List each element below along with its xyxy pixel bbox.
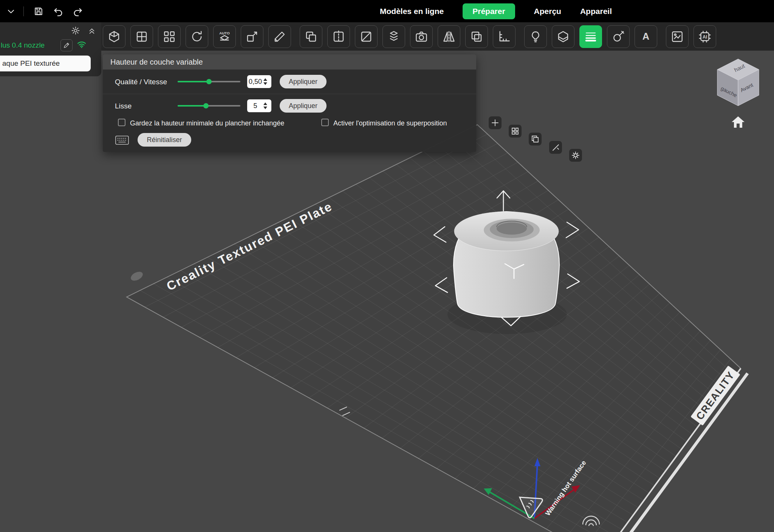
printer-settings-button[interactable] [70,25,81,36]
smooth-slider-thumb[interactable] [203,103,209,108]
nav-preview[interactable]: Aperçu [534,7,561,16]
plate-type-value: aque PEI texturée [2,59,60,68]
spinner-arrows[interactable] [263,102,271,109]
arrange-plate-icon[interactable] [509,125,522,138]
boolean-tool-icon [470,30,483,43]
quality-slider[interactable] [178,78,240,85]
panel-title: Hauteur de couche variable [110,58,203,66]
topbar-divider [23,6,24,16]
split-tool-icon [332,30,345,43]
smooth-slider[interactable] [178,102,240,110]
spinner-up-icon[interactable] [263,102,267,105]
rotate-tool-icon [190,30,204,43]
panel-header[interactable]: Hauteur de couche variable [103,54,476,70]
collapse-panel-button[interactable] [87,25,97,36]
plate-tag [129,270,144,282]
snapshot-tool-button[interactable] [410,25,433,48]
printer-row: lus 0.4 nozzle [0,39,101,52]
smooth-value: 5 [247,102,263,110]
reset-button[interactable]: Réinitialiser [138,133,191,147]
redo-button[interactable] [69,3,87,20]
seam-tool-button[interactable] [552,25,574,48]
text-tool-button[interactable]: A [635,25,657,48]
arrange-tool-icon [135,30,149,43]
measure-tool-button[interactable] [493,25,515,48]
variable-layer-height-tool-button[interactable] [579,25,602,48]
paint-tool-button[interactable] [607,25,630,48]
nav-device[interactable]: Appareil [580,7,612,16]
image-tool-button[interactable] [666,25,689,48]
svg-text:AI: AI [703,34,707,40]
cut-tool-button[interactable] [268,25,291,48]
undo-button[interactable] [50,3,67,20]
rotate-tool-button[interactable] [186,25,208,48]
panel-divider [103,94,476,94]
split-tool-button[interactable] [327,25,350,48]
main-menu-button[interactable] [2,3,20,20]
apply-quality-button[interactable]: Appliquer [280,75,327,88]
auto-arrange-tool-button[interactable] [158,25,181,48]
printer-name[interactable]: lus 0.4 nozzle [1,41,60,49]
quality-slider-thumb[interactable] [206,79,212,84]
keep-min-floor-checkbox[interactable] [118,119,125,126]
plate-settings-icon[interactable] [569,149,582,162]
toolbar: AUTO A AI [0,22,774,51]
variable-layer-height-panel: Hauteur de couche variable Qualité / Vit… [103,54,476,152]
auto-arrange-tool-icon [163,30,176,43]
printer-panel: lus 0.4 nozzle aque PEI texturée [0,22,101,76]
variable-layer-height-icon [584,30,598,43]
support-tool-icon [529,30,542,43]
svg-text:A: A [642,31,649,42]
overlay-optimization-checkbox[interactable] [321,119,329,126]
simplify-tool-button[interactable] [355,25,378,48]
clone-plate-icon[interactable] [529,133,542,145]
seam-tool-icon [556,30,570,43]
spinner-arrows[interactable] [263,78,271,85]
assembly-tool-icon [387,30,401,43]
main-nav: Modèles en ligne Préparer Aperçu Apparei… [380,0,612,22]
mirror-tool-button[interactable] [438,25,460,48]
wifi-icon [77,41,86,50]
clone-tool-button[interactable] [300,25,322,48]
assembly-tool-button[interactable] [382,25,405,48]
edit-printer-button[interactable] [60,39,73,51]
home-view-icon[interactable] [732,116,745,128]
boolean-tool-button[interactable] [465,25,488,48]
spinner-up-icon[interactable] [263,78,267,81]
clone-tool-icon [304,30,318,43]
redo-icon [73,6,83,17]
scale-tool-button[interactable] [241,25,263,48]
nav-cube[interactable]: haut gauche Avant [717,59,759,106]
save-button[interactable] [30,3,47,20]
ai-tool-icon: AI [698,30,712,43]
spinner-down-icon[interactable] [263,107,267,109]
chevron-down-icon [6,7,15,16]
smooth-label: Lisse [115,102,132,110]
auto-orient-tool-icon: AUTO [218,30,231,43]
smooth-value-spinner[interactable]: 5 [247,99,271,112]
support-tool-button[interactable] [524,25,547,48]
snapshot-tool-icon [415,30,428,43]
add-plate-icon[interactable] [489,116,502,129]
plate-type-dropdown[interactable]: aque PEI texturée [0,56,91,71]
topbar: Modèles en ligne Préparer Aperçu Apparei… [0,0,774,22]
arrange-tool-button[interactable] [130,25,153,48]
scale-tool-icon [245,30,259,43]
auto-orient-tool-button[interactable]: AUTO [213,25,236,48]
ai-model-tool-button[interactable]: AI [694,25,716,48]
quality-speed-label: Qualité / Vitesse [115,78,167,86]
paint-tool-icon [611,30,625,43]
mirror-tool-icon [442,30,456,43]
simplify-tool-icon [359,30,373,43]
move-tool-button[interactable] [103,25,125,48]
quality-value-spinner[interactable]: 0,50 [247,75,271,88]
nav-prepare[interactable]: Préparer [463,3,515,19]
spinner-down-icon[interactable] [263,82,267,85]
overlay-optimization-label: Activer l'optimisation de superposition [333,119,447,127]
clean-plate-icon[interactable] [549,141,562,154]
undo-icon [53,6,63,17]
cut-tool-icon [273,30,286,43]
nav-online-models[interactable]: Modèles en ligne [380,7,444,16]
apply-smooth-button[interactable]: Appliquer [280,99,327,113]
svg-text:AUTO: AUTO [219,31,230,35]
